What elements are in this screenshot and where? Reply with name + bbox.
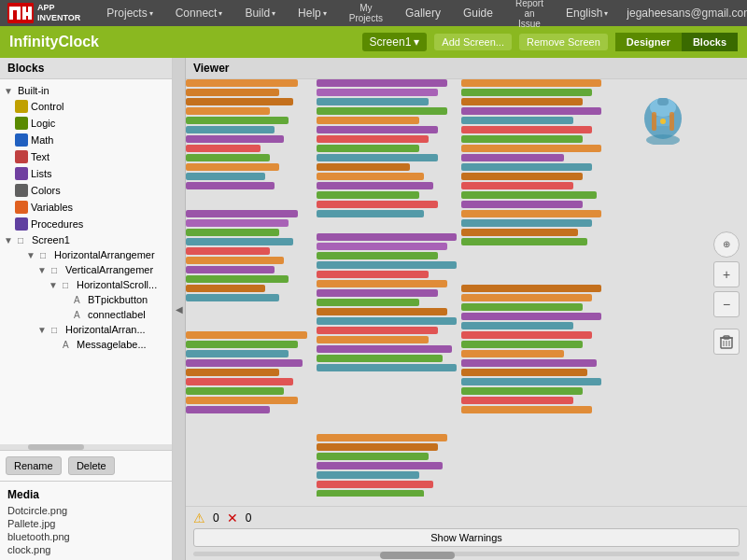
svg-rect-51 xyxy=(461,163,592,171)
screen1-toggle[interactable]: ▼ □ Screen1 xyxy=(0,232,172,247)
horizontal-scroll[interactable]: ▼ □ HorizontalScroll... xyxy=(0,277,172,292)
block-control[interactable]: Control xyxy=(0,98,172,115)
delete-button[interactable]: Delete xyxy=(68,456,115,475)
zoom-out-button[interactable]: − xyxy=(713,291,740,317)
block-math[interactable]: Math xyxy=(0,132,172,148)
horizontal-arran[interactable]: ▼ □ HorizontalArran... xyxy=(0,322,172,337)
backpack-icon[interactable] xyxy=(635,89,691,145)
svg-rect-21 xyxy=(186,135,284,143)
svg-rect-12 xyxy=(652,112,656,131)
nav-report-issue[interactable]: Report anIssue xyxy=(512,0,547,31)
expand-icon: ▼ xyxy=(4,86,15,96)
svg-rect-89 xyxy=(461,322,573,329)
designer-button[interactable]: Designer xyxy=(615,33,682,51)
svg-rect-61 xyxy=(317,243,447,250)
screen-selector[interactable]: Screen1 ▾ xyxy=(362,33,428,51)
block-variables[interactable]: Variables xyxy=(0,199,172,216)
svg-rect-78 xyxy=(186,238,293,245)
show-warnings-button[interactable]: Show Warnings xyxy=(193,528,740,547)
media-header: Media xyxy=(7,485,164,504)
media-item-pallete: Pallete.jpg xyxy=(7,517,164,530)
svg-rect-67 xyxy=(317,299,419,306)
sidebar-scrollbar[interactable] xyxy=(0,444,172,450)
rename-button[interactable]: Rename xyxy=(6,456,62,475)
viewer-panel: Viewer ⊕ xyxy=(186,58,747,560)
svg-rect-82 xyxy=(186,275,289,283)
nav-connect[interactable]: Connect ▾ xyxy=(172,5,227,21)
svg-rect-108 xyxy=(317,434,447,441)
built-in-toggle[interactable]: ▼ Built-in xyxy=(0,83,172,98)
zoom-controls: ⊕ + − xyxy=(713,231,740,355)
svg-rect-49 xyxy=(461,145,601,152)
svg-rect-102 xyxy=(186,359,303,367)
block-text[interactable]: Text xyxy=(0,148,172,165)
horizontal-scrollbar[interactable] xyxy=(193,552,740,556)
svg-rect-100 xyxy=(186,341,298,348)
svg-rect-22 xyxy=(186,145,261,152)
svg-rect-70 xyxy=(317,327,438,334)
nav-guide[interactable]: Guide xyxy=(459,5,497,21)
built-in-section: ▼ Built-in Control Logic Math Text xyxy=(0,83,172,232)
zoom-center-button[interactable]: ⊕ xyxy=(713,231,740,258)
blocks-button[interactable]: Blocks xyxy=(682,33,738,51)
block-procedures[interactable]: Procedures xyxy=(0,216,172,232)
svg-rect-68 xyxy=(317,308,447,315)
sidebar-scroll-thumb xyxy=(28,444,84,450)
block-lists[interactable]: Lists xyxy=(0,165,172,182)
svg-rect-104 xyxy=(186,378,293,385)
bt-pick-button[interactable]: A BTpickbutton xyxy=(0,292,172,307)
math-color xyxy=(15,133,28,147)
mit-logo xyxy=(7,3,34,23)
svg-rect-112 xyxy=(317,471,419,479)
svg-rect-106 xyxy=(186,397,298,404)
media-item-dotcircle: Dotcircle.png xyxy=(7,504,164,517)
svg-rect-59 xyxy=(461,238,587,245)
svg-rect-76 xyxy=(186,219,289,227)
svg-rect-98 xyxy=(461,406,592,413)
svg-rect-54 xyxy=(461,191,597,199)
screen1-section: ▼ □ Screen1 ▼ □ HorizontalArrangemer ▼ □… xyxy=(0,232,172,352)
nav-build[interactable]: Build ▾ xyxy=(241,5,279,21)
svg-rect-23 xyxy=(186,154,270,161)
vertical-arrangement[interactable]: ▼ □ VerticalArrangemer xyxy=(0,262,172,277)
svg-rect-15 xyxy=(186,79,298,87)
svg-rect-79 xyxy=(186,247,270,255)
nav-account[interactable]: jegaheesans@gmail.com ▾ xyxy=(623,5,747,21)
svg-rect-99 xyxy=(186,331,307,339)
svg-rect-38 xyxy=(317,182,433,189)
add-screen-button[interactable]: Add Screen... xyxy=(434,34,512,50)
svg-rect-45 xyxy=(461,107,601,115)
nav-gallery[interactable]: Gallery xyxy=(402,5,444,21)
horizontal-arrangement[interactable]: ▼ □ HorizontalArrangemer xyxy=(0,247,172,262)
viewer-canvas[interactable]: ⊕ + − xyxy=(186,79,747,506)
main-layout: Blocks ▼ Built-in Control Logic Ma xyxy=(0,58,747,560)
svg-rect-77 xyxy=(186,229,279,236)
svg-rect-95 xyxy=(461,378,601,385)
svg-rect-88 xyxy=(461,313,601,320)
svg-point-14 xyxy=(660,119,666,124)
svg-rect-81 xyxy=(186,266,275,273)
svg-rect-66 xyxy=(317,289,438,297)
svg-rect-57 xyxy=(461,219,592,227)
logic-color xyxy=(15,117,28,130)
connect-label[interactable]: A connectlabel xyxy=(0,307,172,322)
svg-rect-56 xyxy=(461,210,601,217)
trash-button[interactable] xyxy=(713,329,740,355)
nav-language[interactable]: English ▾ xyxy=(562,5,612,21)
collapse-handle[interactable]: ◀ xyxy=(173,58,186,560)
nav-projects[interactable]: Projects ▾ xyxy=(103,5,156,21)
nav-my-projects[interactable]: MyProjects xyxy=(345,1,387,25)
warning-icon: ⚠ xyxy=(193,511,205,525)
svg-rect-31 xyxy=(317,117,419,124)
remove-screen-button[interactable]: Remove Screen xyxy=(519,34,608,50)
app-bar: InfinityClock Screen1 ▾ Add Screen... Re… xyxy=(0,26,747,58)
message-label[interactable]: A Messagelabe... xyxy=(0,337,172,352)
svg-rect-34 xyxy=(317,145,419,152)
svg-rect-35 xyxy=(317,154,438,161)
logo-area: APPINVENTOR xyxy=(7,3,80,23)
nav-help[interactable]: Help ▾ xyxy=(294,5,331,21)
nav-right: English ▾ jegaheesans@gmail.com ▾ xyxy=(562,5,747,21)
zoom-in-button[interactable]: + xyxy=(713,261,740,287)
block-logic[interactable]: Logic xyxy=(0,115,172,132)
block-colors[interactable]: Colors xyxy=(0,182,172,199)
